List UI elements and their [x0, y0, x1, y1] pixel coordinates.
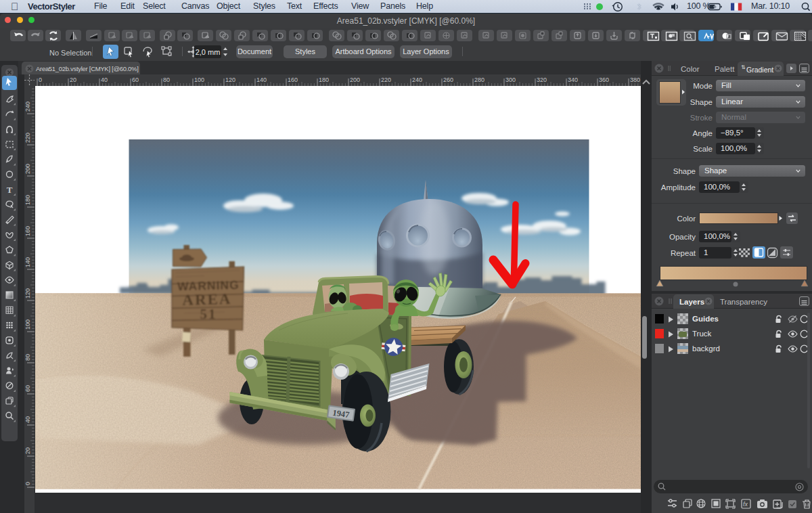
svg-text:51: 51 — [200, 306, 217, 322]
svg-text:160: 160 — [24, 226, 31, 236]
svg-text:340: 340 — [568, 76, 578, 83]
svg-text:180: 180 — [319, 76, 329, 83]
svg-text:240: 240 — [24, 102, 31, 112]
svg-text:180: 180 — [24, 195, 31, 205]
svg-text:120: 120 — [24, 288, 31, 298]
svg-text:220: 220 — [381, 76, 391, 83]
svg-text:200: 200 — [350, 76, 360, 83]
svg-text:20: 20 — [24, 447, 31, 454]
svg-text:120: 120 — [225, 76, 235, 83]
svg-text:40: 40 — [101, 76, 108, 83]
svg-text:40: 40 — [24, 416, 31, 423]
svg-text:80: 80 — [24, 354, 31, 361]
svg-text:160: 160 — [288, 76, 298, 83]
svg-text:140: 140 — [256, 76, 267, 83]
svg-text:60: 60 — [24, 385, 31, 392]
svg-text:80: 80 — [163, 76, 170, 83]
svg-text:260: 260 — [443, 76, 453, 83]
svg-text:T: T — [7, 185, 13, 195]
svg-text:220: 220 — [24, 133, 31, 143]
svg-text:200: 200 — [24, 164, 31, 174]
svg-text:0: 0 — [39, 76, 42, 83]
svg-text:280: 280 — [474, 76, 484, 83]
svg-text:0: 0 — [24, 482, 31, 485]
svg-text:100: 100 — [194, 76, 204, 83]
svg-text:140: 140 — [24, 257, 31, 267]
svg-text:fx: fx — [743, 501, 748, 508]
svg-text:60: 60 — [132, 76, 139, 83]
svg-text:320: 320 — [537, 76, 547, 83]
svg-text:100: 100 — [24, 319, 31, 330]
svg-text:380: 380 — [630, 76, 640, 83]
svg-text:240: 240 — [412, 76, 422, 83]
svg-text:360: 360 — [599, 76, 609, 83]
svg-text:300: 300 — [505, 76, 516, 83]
svg-text:20: 20 — [70, 76, 76, 83]
